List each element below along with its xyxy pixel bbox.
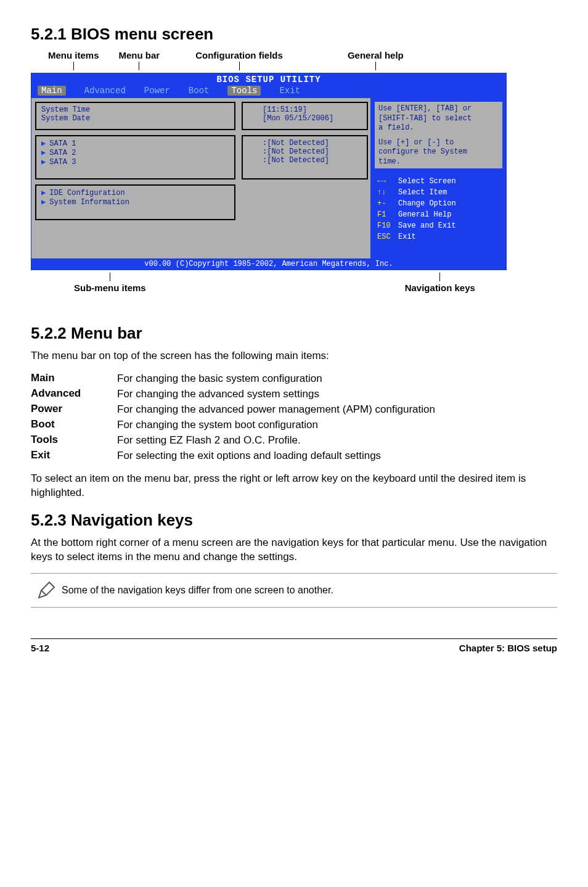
def-term-tools: Tools	[31, 434, 117, 448]
bios-title: BIOS SETUP UTILITY	[31, 73, 506, 85]
bios-window: BIOS SETUP UTILITY Main Advanced Power B…	[31, 73, 507, 270]
def-term-power: Power	[31, 403, 117, 417]
label-config-fields: Configuration fields	[195, 50, 283, 60]
submenu-arrow-icon: ▶	[41, 158, 46, 167]
value-time[interactable]: [11:51:19]	[248, 105, 362, 114]
def-row: Main For changing the basic system confi…	[31, 372, 557, 386]
submenu-arrow-icon: ▶	[41, 149, 46, 157]
def-term-main: Main	[31, 372, 117, 386]
box-config: ▶IDE Configuration ▶System Information	[35, 184, 235, 220]
def-term-exit: Exit	[31, 449, 117, 463]
label-submenu-items: Sub-menu items	[74, 283, 146, 293]
item-system-time[interactable]: System Time	[41, 105, 229, 114]
label-general-help: General help	[348, 50, 404, 60]
tick	[110, 273, 110, 281]
tab-tools[interactable]: Tools	[227, 86, 261, 96]
nav-save-exit: Save and Exit	[398, 221, 456, 230]
note-text: Some of the navigation keys differ from …	[62, 585, 333, 596]
bios-body: System Time System Date ▶SATA 1 ▶SATA 2 …	[31, 98, 506, 258]
bios-mid-column: [11:51:19] [Mon 05/15/2006] :[Not Detect…	[239, 98, 370, 258]
help-line: configure the System	[378, 147, 499, 157]
help-line: [SHIFT-TAB] to select	[378, 114, 499, 124]
tick	[239, 62, 240, 70]
tab-power[interactable]: Power	[144, 86, 170, 96]
def-row: Power For changing the advanced power ma…	[31, 403, 557, 417]
value-date[interactable]: [Mon 05/15/2006]	[248, 114, 362, 123]
item-sata1[interactable]: SATA 1	[49, 139, 76, 148]
item-sys-info[interactable]: System Information	[49, 198, 129, 207]
def-desc-main: For changing the basic system configurat…	[117, 372, 557, 386]
label-menu-items: Menu items	[48, 50, 99, 60]
item-ide-config[interactable]: IDE Configuration	[49, 189, 125, 197]
value-nd1: :[Not Detected]	[248, 139, 362, 147]
nav-change-option: Change Option	[398, 199, 456, 208]
def-desc-tools: For setting EZ Flash 2 and O.C. Profile.	[117, 434, 557, 448]
def-desc-boot: For changing the system boot configurati…	[117, 418, 557, 432]
tab-boot[interactable]: Boot	[189, 86, 210, 96]
help-line: Use [ENTER], [TAB] or	[378, 104, 499, 114]
bios-diagram: Menu items Menu bar Configuration fields…	[31, 50, 557, 293]
item-sata3[interactable]: SATA 3	[49, 158, 76, 167]
intro-522: The menu bar on top of the screen has th…	[31, 349, 557, 363]
body-523: At the bottom right corner of a menu scr…	[31, 536, 557, 564]
pencil-icon	[31, 580, 62, 601]
nav-keys-panel: ←→Select Screen ↑↓Select Item +-Change O…	[371, 172, 506, 246]
diagram-top-labels: Menu items Menu bar Configuration fields…	[31, 50, 557, 70]
tab-advanced[interactable]: Advanced	[84, 86, 126, 96]
help-panel: Use [ENTER], [TAB] or [SHIFT-TAB] to sel…	[374, 101, 504, 170]
def-desc-power: For changing the advanced power manageme…	[117, 403, 557, 417]
svg-line-0	[41, 590, 46, 595]
bios-menubar: Main Advanced Power Boot Tools Exit	[31, 85, 506, 98]
key-plusminus: +-	[377, 198, 398, 209]
box-sata: ▶SATA 1 ▶SATA 2 ▶SATA 3	[35, 135, 235, 179]
tick	[139, 62, 139, 70]
bios-copyright: v00.00 (C)Copyright 1985-2002, American …	[31, 258, 506, 270]
label-menu-bar: Menu bar	[119, 50, 160, 60]
label-navigation-keys: Navigation keys	[405, 283, 475, 293]
footer-page-number: 5-12	[31, 643, 49, 653]
nav-select-item: Select Item	[398, 188, 447, 197]
nav-select-screen: Select Screen	[398, 177, 456, 186]
key-esc: ESC	[377, 231, 398, 242]
tick	[375, 62, 376, 70]
page-footer: 5-12 Chapter 5: BIOS setup	[31, 638, 557, 653]
def-term-advanced: Advanced	[31, 387, 117, 402]
def-desc-exit: For selecting the exit options and loadi…	[117, 449, 557, 463]
help-line: a field.	[378, 123, 499, 133]
value-nd3: :[Not Detected]	[248, 156, 362, 165]
submenu-arrow-icon: ▶	[41, 189, 46, 197]
help-line: time.	[378, 157, 499, 167]
item-system-date[interactable]: System Date	[41, 114, 229, 123]
key-arrows: ←→	[377, 176, 398, 187]
nav-exit: Exit	[398, 233, 416, 241]
def-desc-advanced: For changing the advanced system setting…	[117, 387, 557, 402]
key-f10: F10	[377, 220, 398, 231]
footer-chapter: Chapter 5: BIOS setup	[459, 643, 557, 653]
submenu-arrow-icon: ▶	[41, 198, 46, 207]
def-row: Boot For changing the system boot config…	[31, 418, 557, 432]
help-line: Use [+] or [-] to	[378, 138, 499, 148]
box-system: System Time System Date	[35, 102, 235, 130]
box-values-2: :[Not Detected] :[Not Detected] :[Not De…	[242, 135, 368, 179]
note: Some of the navigation keys differ from …	[31, 573, 557, 608]
item-sata2[interactable]: SATA 2	[49, 149, 76, 157]
bios-right-column: Use [ENTER], [TAB] or [SHIFT-TAB] to sel…	[370, 98, 506, 258]
def-row: Advanced For changing the advanced syste…	[31, 387, 557, 402]
heading-521: 5.2.1 BIOS menu screen	[31, 25, 557, 44]
tab-main[interactable]: Main	[38, 86, 66, 96]
diagram-bottom-labels: Sub-menu items Navigation keys	[31, 273, 557, 293]
nav-general-help: General Help	[398, 210, 451, 219]
tick	[439, 273, 440, 281]
tab-exit[interactable]: Exit	[279, 86, 300, 96]
def-term-boot: Boot	[31, 418, 117, 432]
submenu-arrow-icon: ▶	[41, 139, 46, 148]
definitions-list: Main For changing the basic system confi…	[31, 372, 557, 463]
bios-left-column: System Time System Date ▶SATA 1 ▶SATA 2 …	[31, 98, 239, 258]
tick	[73, 62, 74, 70]
def-row: Tools For setting EZ Flash 2 and O.C. Pr…	[31, 434, 557, 448]
key-f1: F1	[377, 209, 398, 220]
value-nd2: :[Not Detected]	[248, 147, 362, 156]
key-updown: ↑↓	[377, 187, 398, 198]
heading-522: 5.2.2 Menu bar	[31, 324, 557, 343]
def-row: Exit For selecting the exit options and …	[31, 449, 557, 463]
